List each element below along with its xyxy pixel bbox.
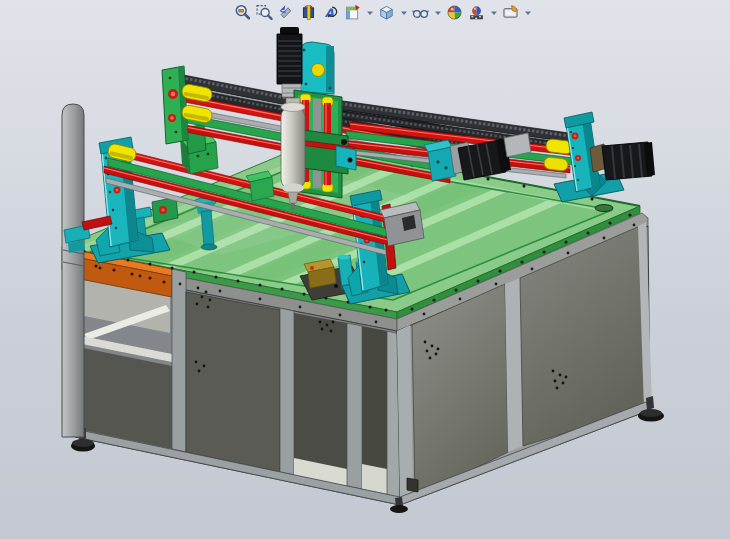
left-storage-bay[interactable]	[82, 280, 172, 449]
chevron-down-icon	[400, 10, 408, 16]
left-face-panel[interactable]	[186, 292, 280, 472]
beam-left-end-plate[interactable]	[162, 66, 188, 144]
chevron-down-icon	[434, 10, 442, 16]
eyeglasses-icon	[412, 4, 429, 21]
chevron-down-icon	[524, 10, 532, 16]
view-orientation-dropdown[interactable]	[365, 3, 374, 22]
z-axis-motor[interactable]	[277, 27, 302, 97]
display-style-button[interactable]	[377, 3, 396, 22]
previous-view-icon	[278, 4, 295, 21]
cable-cutout	[407, 478, 418, 492]
drive-motor-right[interactable]	[590, 142, 655, 180]
chevron-down-icon	[490, 10, 498, 16]
apply-scene-button[interactable]	[467, 3, 486, 22]
apply-scene-icon	[468, 4, 485, 21]
section-view-icon	[300, 4, 317, 21]
view-settings-icon	[502, 4, 519, 21]
apply-scene-dropdown[interactable]	[489, 3, 498, 22]
view-settings-button[interactable]	[501, 3, 520, 22]
viewport-3d[interactable]	[0, 0, 730, 539]
annotation-views-icon: A	[322, 4, 339, 21]
machine-3d-model[interactable]	[62, 27, 687, 513]
front-storage-bay-left[interactable]	[294, 313, 347, 486]
hide-show-items-button[interactable]	[411, 3, 430, 22]
dynamic-annotation-views-button[interactable]: A	[321, 3, 340, 22]
view-heads-up-toolbar: A	[233, 2, 532, 23]
zoom-to-fit-button[interactable]	[233, 3, 252, 22]
appearance-ball-icon	[446, 4, 463, 21]
zoom-to-area-button[interactable]	[255, 3, 274, 22]
display-style-dropdown[interactable]	[399, 3, 408, 22]
edit-appearance-button[interactable]	[445, 3, 464, 22]
zoom-to-fit-icon	[234, 4, 251, 21]
display-style-icon	[378, 4, 395, 21]
previous-view-button[interactable]	[277, 3, 296, 22]
view-orientation-button[interactable]	[343, 3, 362, 22]
zoom-to-area-icon	[256, 4, 273, 21]
table-access-hole[interactable]	[595, 205, 613, 212]
view-orientation-icon	[344, 4, 361, 21]
svg-text:A: A	[325, 6, 334, 20]
chevron-down-icon	[366, 10, 374, 16]
front-storage-bay-right[interactable]	[362, 326, 387, 494]
view-settings-dropdown[interactable]	[523, 3, 532, 22]
hide-show-items-dropdown[interactable]	[433, 3, 442, 22]
section-view-button[interactable]	[299, 3, 318, 22]
